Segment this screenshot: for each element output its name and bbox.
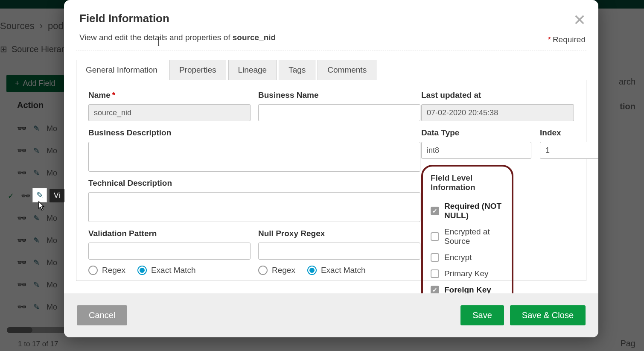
data-type-input[interactable] xyxy=(421,142,531,159)
radio-label: Regex xyxy=(272,266,295,275)
row-more[interactable]: Mo xyxy=(47,124,57,133)
binoculars-icon[interactable] xyxy=(17,146,26,155)
check-label: Foreign Key xyxy=(444,285,491,293)
footer-right: Save Save & Close xyxy=(460,305,586,325)
pencil-icon[interactable] xyxy=(33,258,40,267)
binoculars-icon[interactable] xyxy=(17,236,26,245)
binoculars-icon[interactable] xyxy=(17,168,26,178)
type-index-row: Data Type Index xyxy=(421,128,574,159)
binoculars-icon[interactable] xyxy=(21,191,30,201)
pencil-icon[interactable] xyxy=(33,146,40,155)
name-label: Name* xyxy=(88,91,251,100)
null-proxy-regex-radio[interactable]: Regex xyxy=(258,266,295,275)
breadcrumb-sources[interactable]: Sources xyxy=(0,20,35,32)
pencil-icon[interactable] xyxy=(33,236,40,245)
business-name-input[interactable] xyxy=(258,104,420,121)
scrollbar-thumb[interactable] xyxy=(7,327,32,333)
radio-icon xyxy=(258,266,268,275)
index-input[interactable] xyxy=(540,142,598,159)
radio-label: Regex xyxy=(102,266,125,275)
cancel-button[interactable]: Cancel xyxy=(77,305,127,325)
row-more[interactable]: Mo xyxy=(47,281,57,290)
null-proxy-group: Null Proxy Regex Regex Exact Match xyxy=(258,229,420,275)
business-desc-input[interactable] xyxy=(88,142,420,172)
encrypted-source-checkbox-row[interactable]: Encrypted at Source xyxy=(431,224,504,249)
modal-body: General Information Properties Lineage T… xyxy=(64,50,598,293)
binoculars-icon[interactable] xyxy=(17,214,26,223)
form-area: Name* Business Name Business Description xyxy=(76,80,586,281)
table-row: Mo xyxy=(17,280,57,290)
chevron-right-icon: › xyxy=(40,20,43,32)
tech-desc-group: Technical Description xyxy=(88,178,420,222)
tab-tags[interactable]: Tags xyxy=(279,60,315,80)
horizontal-scrollbar[interactable] xyxy=(7,327,67,333)
data-type-label: Data Type xyxy=(421,128,531,137)
pencil-icon[interactable] xyxy=(33,214,40,223)
row-more[interactable]: Mo xyxy=(47,236,57,245)
name-input[interactable] xyxy=(88,104,251,121)
modal-footer: Cancel Save Save & Close xyxy=(64,293,598,337)
name-group: Name* xyxy=(88,91,251,121)
validation-exact-radio[interactable]: Exact Match xyxy=(137,266,196,275)
row-more[interactable]: Mo xyxy=(47,303,57,312)
table-row: Mo xyxy=(17,124,57,133)
tech-desc-input[interactable] xyxy=(88,192,420,222)
row-more[interactable]: Mo xyxy=(47,214,57,223)
save-close-button[interactable]: Save & Close xyxy=(510,305,586,325)
asterisk-icon: * xyxy=(112,91,115,99)
validation-regex-radio[interactable]: Regex xyxy=(88,266,125,275)
required-checkbox-row[interactable]: Required (NOT NULL) xyxy=(431,198,504,224)
save-button[interactable]: Save xyxy=(460,305,504,325)
pag-partial: Pag xyxy=(620,339,635,348)
table-row: Mo xyxy=(17,236,57,245)
row-more[interactable]: Mo xyxy=(47,258,57,267)
radio-icon xyxy=(88,266,98,275)
required-label: Required xyxy=(553,35,586,44)
null-proxy-input[interactable] xyxy=(258,243,420,260)
last-updated-input[interactable] xyxy=(421,104,574,121)
index-group: Index xyxy=(540,128,598,159)
validation-input[interactable] xyxy=(88,243,251,260)
tab-comments[interactable]: Comments xyxy=(318,60,376,80)
tab-lineage[interactable]: Lineage xyxy=(228,60,277,80)
data-type-group: Data Type xyxy=(421,128,531,159)
tab-properties[interactable]: Properties xyxy=(169,60,226,80)
add-field-button[interactable]: + Add Field xyxy=(6,75,64,92)
row-more[interactable]: Mo xyxy=(47,169,57,178)
action-column-header: Action xyxy=(17,100,44,110)
edit-field-button[interactable] xyxy=(32,188,47,202)
row-more[interactable]: Mo xyxy=(47,146,57,155)
binoculars-icon[interactable] xyxy=(17,280,26,290)
index-label: Index xyxy=(540,128,598,137)
field-level-information-box: Field Level Information Required (NOT NU… xyxy=(421,165,513,293)
pencil-icon[interactable] xyxy=(33,302,40,312)
check-icon: ✓ xyxy=(8,191,14,201)
pencil-icon[interactable] xyxy=(33,124,40,133)
table-row: Mo xyxy=(17,214,57,223)
primary-key-checkbox-row[interactable]: Primary Key xyxy=(431,266,504,282)
table-row: Mo xyxy=(17,258,57,267)
text-caret-icon xyxy=(157,38,157,46)
close-icon xyxy=(574,14,586,26)
binoculars-icon[interactable] xyxy=(17,258,26,267)
source-hierarchy-label: Source Hierarc xyxy=(12,44,68,54)
plus-icon: + xyxy=(15,79,20,88)
tab-general[interactable]: General Information xyxy=(76,60,167,80)
modal-header: Field Information View and edit the deta… xyxy=(64,0,598,50)
foreign-key-checkbox-row[interactable]: Foreign Key xyxy=(431,282,504,293)
radio-label: Exact Match xyxy=(321,266,366,275)
modal-subtitle: View and edit the details and properties… xyxy=(79,33,583,42)
tion-partial: tion xyxy=(620,102,635,111)
binoculars-icon[interactable] xyxy=(17,124,26,133)
binoculars-icon[interactable] xyxy=(17,302,26,312)
pencil-icon[interactable] xyxy=(33,280,40,290)
close-button[interactable] xyxy=(572,12,587,27)
null-proxy-radio-group: Regex Exact Match xyxy=(258,266,420,275)
null-proxy-exact-radio[interactable]: Exact Match xyxy=(307,266,366,275)
radio-icon xyxy=(307,266,317,275)
checkbox-icon xyxy=(431,207,439,215)
pencil-icon[interactable] xyxy=(33,168,40,178)
table-row: ✓ xyxy=(8,191,30,201)
checkbox-icon xyxy=(431,253,439,262)
encrypt-checkbox-row[interactable]: Encrypt xyxy=(431,249,504,266)
